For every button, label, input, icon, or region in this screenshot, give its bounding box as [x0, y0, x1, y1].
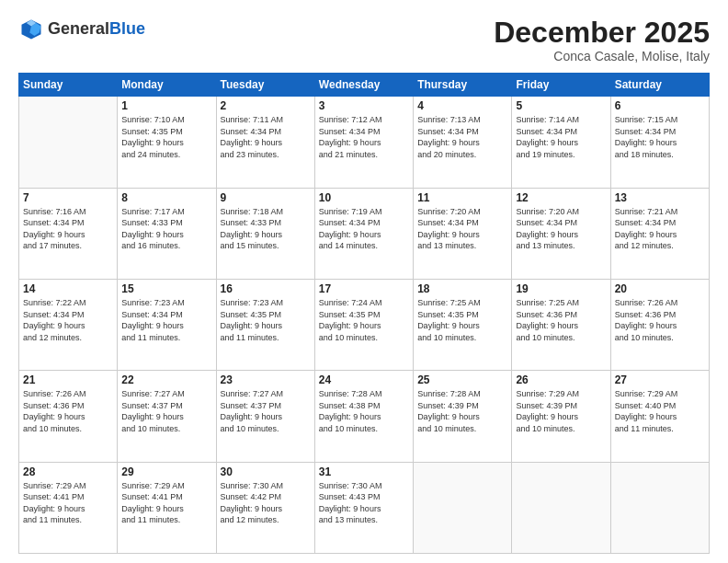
- logo-text: GeneralBlue: [48, 20, 145, 39]
- day-info: Sunrise: 7:26 AM Sunset: 4:36 PM Dayligh…: [23, 388, 113, 434]
- day-info: Sunrise: 7:23 AM Sunset: 4:34 PM Dayligh…: [121, 297, 211, 343]
- calendar-cell: [19, 97, 118, 188]
- logo-icon: [18, 17, 44, 42]
- calendar-week-row: 1Sunrise: 7:10 AM Sunset: 4:35 PM Daylig…: [19, 97, 710, 188]
- calendar-cell: 17Sunrise: 7:24 AM Sunset: 4:35 PM Dayli…: [314, 279, 413, 370]
- page: GeneralBlue December 2025 Conca Casale, …: [0, 0, 728, 563]
- col-header-friday: Friday: [512, 74, 610, 97]
- logo: GeneralBlue: [18, 17, 145, 42]
- day-info: Sunrise: 7:21 AM Sunset: 4:34 PM Dayligh…: [615, 206, 705, 252]
- calendar-cell: 26Sunrise: 7:29 AM Sunset: 4:39 PM Dayli…: [512, 371, 610, 462]
- day-number: 9: [221, 191, 311, 204]
- day-info: Sunrise: 7:19 AM Sunset: 4:34 PM Dayligh…: [319, 206, 409, 252]
- logo-blue: Blue: [109, 20, 145, 39]
- calendar-cell: 3Sunrise: 7:12 AM Sunset: 4:34 PM Daylig…: [314, 97, 413, 188]
- calendar-cell: 1Sunrise: 7:10 AM Sunset: 4:35 PM Daylig…: [118, 97, 216, 188]
- day-number: 22: [121, 373, 211, 386]
- calendar-cell: 30Sunrise: 7:30 AM Sunset: 4:42 PM Dayli…: [216, 462, 314, 553]
- day-info: Sunrise: 7:28 AM Sunset: 4:39 PM Dayligh…: [417, 388, 507, 434]
- col-header-thursday: Thursday: [414, 74, 512, 97]
- calendar-cell: 11Sunrise: 7:20 AM Sunset: 4:34 PM Dayli…: [414, 188, 512, 279]
- calendar-cell: [610, 462, 709, 553]
- day-number: 29: [121, 465, 211, 478]
- day-number: 5: [516, 99, 606, 112]
- day-number: 25: [417, 373, 507, 386]
- calendar-cell: 18Sunrise: 7:25 AM Sunset: 4:35 PM Dayli…: [414, 279, 512, 370]
- col-header-sunday: Sunday: [19, 74, 118, 97]
- col-header-wednesday: Wednesday: [314, 74, 413, 97]
- header: GeneralBlue December 2025 Conca Casale, …: [18, 17, 710, 63]
- col-header-monday: Monday: [118, 74, 216, 97]
- col-header-tuesday: Tuesday: [216, 74, 314, 97]
- day-number: 14: [23, 282, 113, 295]
- day-number: 8: [121, 191, 211, 204]
- col-header-saturday: Saturday: [610, 74, 709, 97]
- day-info: Sunrise: 7:22 AM Sunset: 4:34 PM Dayligh…: [23, 297, 113, 343]
- day-number: 1: [121, 99, 211, 112]
- day-number: 28: [23, 465, 113, 478]
- calendar-cell: 2Sunrise: 7:11 AM Sunset: 4:34 PM Daylig…: [216, 97, 314, 188]
- location: Conca Casale, Molise, Italy: [494, 49, 710, 63]
- day-info: Sunrise: 7:29 AM Sunset: 4:41 PM Dayligh…: [121, 480, 211, 526]
- calendar-cell: 29Sunrise: 7:29 AM Sunset: 4:41 PM Dayli…: [118, 462, 216, 553]
- calendar-cell: 28Sunrise: 7:29 AM Sunset: 4:41 PM Dayli…: [19, 462, 118, 553]
- calendar-cell: 5Sunrise: 7:14 AM Sunset: 4:34 PM Daylig…: [512, 97, 610, 188]
- day-info: Sunrise: 7:15 AM Sunset: 4:34 PM Dayligh…: [615, 114, 705, 160]
- day-number: 10: [319, 191, 409, 204]
- day-info: Sunrise: 7:28 AM Sunset: 4:38 PM Dayligh…: [319, 388, 409, 434]
- calendar-cell: [414, 462, 512, 553]
- calendar-cell: 13Sunrise: 7:21 AM Sunset: 4:34 PM Dayli…: [610, 188, 709, 279]
- day-info: Sunrise: 7:13 AM Sunset: 4:34 PM Dayligh…: [417, 114, 507, 160]
- day-info: Sunrise: 7:26 AM Sunset: 4:36 PM Dayligh…: [615, 297, 705, 343]
- calendar-week-row: 14Sunrise: 7:22 AM Sunset: 4:34 PM Dayli…: [19, 279, 710, 370]
- calendar-cell: 9Sunrise: 7:18 AM Sunset: 4:33 PM Daylig…: [216, 188, 314, 279]
- day-info: Sunrise: 7:29 AM Sunset: 4:39 PM Dayligh…: [516, 388, 606, 434]
- calendar-cell: 10Sunrise: 7:19 AM Sunset: 4:34 PM Dayli…: [314, 188, 413, 279]
- day-info: Sunrise: 7:30 AM Sunset: 4:42 PM Dayligh…: [221, 480, 311, 526]
- day-info: Sunrise: 7:20 AM Sunset: 4:34 PM Dayligh…: [417, 206, 507, 252]
- calendar-week-row: 7Sunrise: 7:16 AM Sunset: 4:34 PM Daylig…: [19, 188, 710, 279]
- day-info: Sunrise: 7:27 AM Sunset: 4:37 PM Dayligh…: [121, 388, 211, 434]
- day-number: 3: [319, 99, 409, 112]
- day-number: 21: [23, 373, 113, 386]
- day-number: 11: [417, 191, 507, 204]
- day-number: 20: [615, 282, 705, 295]
- day-info: Sunrise: 7:17 AM Sunset: 4:33 PM Dayligh…: [121, 206, 211, 252]
- day-number: 24: [319, 373, 409, 386]
- day-number: 18: [417, 282, 507, 295]
- calendar: SundayMondayTuesdayWednesdayThursdayFrid…: [18, 73, 710, 554]
- calendar-cell: 21Sunrise: 7:26 AM Sunset: 4:36 PM Dayli…: [19, 371, 118, 462]
- day-number: 7: [23, 191, 113, 204]
- calendar-cell: 8Sunrise: 7:17 AM Sunset: 4:33 PM Daylig…: [118, 188, 216, 279]
- calendar-cell: 15Sunrise: 7:23 AM Sunset: 4:34 PM Dayli…: [118, 279, 216, 370]
- calendar-cell: 19Sunrise: 7:25 AM Sunset: 4:36 PM Dayli…: [512, 279, 610, 370]
- calendar-cell: 16Sunrise: 7:23 AM Sunset: 4:35 PM Dayli…: [216, 279, 314, 370]
- calendar-cell: 7Sunrise: 7:16 AM Sunset: 4:34 PM Daylig…: [19, 188, 118, 279]
- calendar-cell: 31Sunrise: 7:30 AM Sunset: 4:43 PM Dayli…: [314, 462, 413, 553]
- calendar-cell: 25Sunrise: 7:28 AM Sunset: 4:39 PM Dayli…: [414, 371, 512, 462]
- day-info: Sunrise: 7:27 AM Sunset: 4:37 PM Dayligh…: [221, 388, 311, 434]
- day-number: 27: [615, 373, 705, 386]
- calendar-cell: 22Sunrise: 7:27 AM Sunset: 4:37 PM Dayli…: [118, 371, 216, 462]
- day-info: Sunrise: 7:20 AM Sunset: 4:34 PM Dayligh…: [516, 206, 606, 252]
- calendar-cell: 23Sunrise: 7:27 AM Sunset: 4:37 PM Dayli…: [216, 371, 314, 462]
- month-title: December 2025: [494, 17, 710, 49]
- calendar-cell: 4Sunrise: 7:13 AM Sunset: 4:34 PM Daylig…: [414, 97, 512, 188]
- day-info: Sunrise: 7:24 AM Sunset: 4:35 PM Dayligh…: [319, 297, 409, 343]
- day-number: 30: [221, 465, 311, 478]
- day-number: 26: [516, 373, 606, 386]
- title-block: December 2025 Conca Casale, Molise, Ital…: [494, 17, 710, 63]
- day-number: 31: [319, 465, 409, 478]
- day-info: Sunrise: 7:25 AM Sunset: 4:35 PM Dayligh…: [417, 297, 507, 343]
- calendar-header-row: SundayMondayTuesdayWednesdayThursdayFrid…: [19, 74, 710, 97]
- day-number: 13: [615, 191, 705, 204]
- day-info: Sunrise: 7:29 AM Sunset: 4:41 PM Dayligh…: [23, 480, 113, 526]
- day-info: Sunrise: 7:25 AM Sunset: 4:36 PM Dayligh…: [516, 297, 606, 343]
- day-number: 23: [221, 373, 311, 386]
- day-info: Sunrise: 7:10 AM Sunset: 4:35 PM Dayligh…: [121, 114, 211, 160]
- day-number: 4: [417, 99, 507, 112]
- calendar-week-row: 28Sunrise: 7:29 AM Sunset: 4:41 PM Dayli…: [19, 462, 710, 553]
- day-number: 16: [221, 282, 311, 295]
- day-info: Sunrise: 7:18 AM Sunset: 4:33 PM Dayligh…: [221, 206, 311, 252]
- day-info: Sunrise: 7:30 AM Sunset: 4:43 PM Dayligh…: [319, 480, 409, 526]
